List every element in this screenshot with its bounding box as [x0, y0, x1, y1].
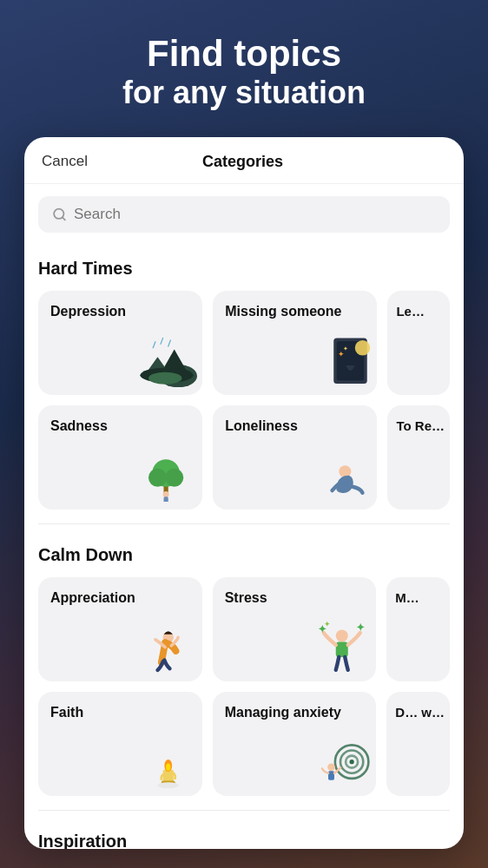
partial-card-m[interactable]: M…	[386, 577, 450, 681]
page-header: Find topics for any situation	[0, 0, 488, 137]
svg-point-27	[166, 763, 170, 771]
appreciation-illustration	[136, 621, 197, 681]
header-subtitle: for any situation	[52, 75, 436, 110]
section-inspiration-title: Inspiration	[38, 832, 450, 849]
topic-card-appreciation[interactable]: Appreciation	[38, 577, 202, 681]
hard-times-col-2: Missing someone ✦	[213, 291, 377, 510]
svg-rect-15	[164, 496, 168, 502]
missing-someone-illustration: ✦ ✦	[311, 334, 372, 395]
svg-line-9	[168, 340, 171, 346]
divider-1	[38, 523, 450, 524]
topic-card-loneliness[interactable]: Loneliness	[213, 405, 377, 510]
section-calm-down-title: Calm Down	[38, 545, 450, 565]
topic-label-loneliness: Loneliness	[225, 418, 298, 433]
svg-rect-30	[336, 641, 348, 657]
partial-card-d-w[interactable]: D… w…	[386, 692, 450, 796]
topic-card-depression[interactable]: Depression	[38, 291, 202, 395]
topic-label-appreciation: Appreciation	[50, 590, 135, 605]
topic-card-missing-someone[interactable]: Missing someone ✦	[213, 291, 377, 395]
managing-anxiety-illustration	[310, 735, 371, 796]
section-hard-times: Hard Times Depression	[24, 245, 464, 516]
loneliness-illustration	[311, 449, 372, 510]
svg-text:✦: ✦	[356, 621, 365, 634]
svg-point-38	[327, 763, 335, 771]
section-inspiration: Inspiration	[24, 818, 464, 849]
search-icon	[52, 207, 67, 222]
calm-down-col-2: Stress ✦ ✦ ✦	[213, 577, 377, 796]
svg-text:✦: ✦	[324, 621, 331, 628]
hard-times-col-1: Depression	[38, 291, 202, 510]
section-hard-times-title: Hard Times	[38, 259, 450, 279]
modal-title: Categories	[202, 153, 283, 171]
hard-times-grid: Depression	[38, 291, 450, 510]
partial-card-le[interactable]: Le…	[387, 291, 450, 395]
categories-modal: Cancel Categories Hard Times Depression	[24, 137, 464, 849]
header-text-block: Find topics for any situation	[0, 0, 488, 137]
section-calm-down: Calm Down Appreciation	[24, 531, 464, 803]
svg-line-7	[153, 341, 155, 347]
svg-point-19	[346, 356, 356, 365]
svg-point-29	[336, 629, 348, 641]
search-input[interactable]	[74, 206, 436, 223]
search-bar[interactable]	[38, 196, 450, 233]
topic-label-faith: Faith	[50, 705, 83, 720]
svg-line-1	[63, 217, 65, 220]
svg-rect-39	[328, 771, 334, 780]
svg-point-37	[350, 760, 354, 764]
topic-label-missing-someone: Missing someone	[225, 304, 341, 319]
topic-card-sadness[interactable]: Sadness	[38, 405, 202, 510]
sadness-illustration	[136, 449, 197, 510]
svg-point-12	[148, 468, 167, 486]
header-title: Find topics	[52, 33, 436, 75]
faith-illustration	[136, 735, 197, 796]
svg-point-14	[163, 491, 169, 497]
hard-times-partial-col: Le… To Re…	[387, 291, 450, 510]
modal-header: Cancel Categories	[24, 137, 464, 184]
partial-card-to-re[interactable]: To Re…	[387, 405, 450, 510]
svg-point-6	[148, 372, 182, 384]
topic-card-managing-anxiety[interactable]: Managing anxiety	[213, 692, 377, 796]
topic-label-sadness: Sadness	[50, 418, 108, 433]
cancel-button[interactable]: Cancel	[42, 153, 88, 170]
svg-line-8	[161, 338, 163, 344]
topic-label-stress: Stress	[225, 590, 267, 605]
topic-card-faith[interactable]: Faith	[38, 692, 202, 796]
stress-illustration: ✦ ✦ ✦	[310, 621, 371, 681]
calm-down-partial-col: M… D… w…	[386, 577, 450, 796]
calm-down-col-1: Appreciation	[38, 577, 202, 796]
divider-2	[38, 810, 450, 811]
calm-down-grid: Appreciation	[38, 577, 450, 796]
topic-label-managing-anxiety: Managing anxiety	[225, 705, 341, 720]
topic-label-depression: Depression	[50, 304, 126, 319]
depression-illustration	[136, 334, 197, 395]
svg-point-18	[355, 340, 371, 356]
topic-card-stress[interactable]: Stress ✦ ✦ ✦	[213, 577, 377, 681]
svg-point-13	[165, 468, 183, 486]
svg-point-28	[157, 782, 179, 788]
svg-text:✦: ✦	[343, 345, 348, 352]
